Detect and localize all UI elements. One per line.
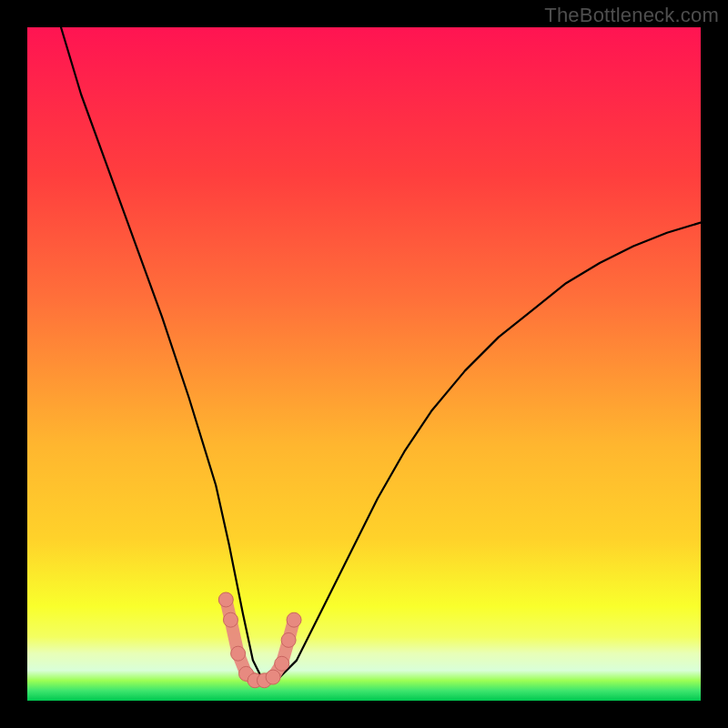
highlight-point [231,646,246,661]
highlight-point [275,656,289,671]
gradient-background [27,27,701,701]
plot-area [27,27,701,701]
highlight-point [287,612,301,627]
chart-container: TheBottleneck.com [0,0,728,728]
highlight-point [218,592,233,607]
bottleneck-chart [27,27,701,701]
watermark-text: TheBottleneck.com [544,4,719,27]
highlight-point [223,612,238,627]
highlight-point [266,670,280,684]
highlight-point [281,632,296,647]
